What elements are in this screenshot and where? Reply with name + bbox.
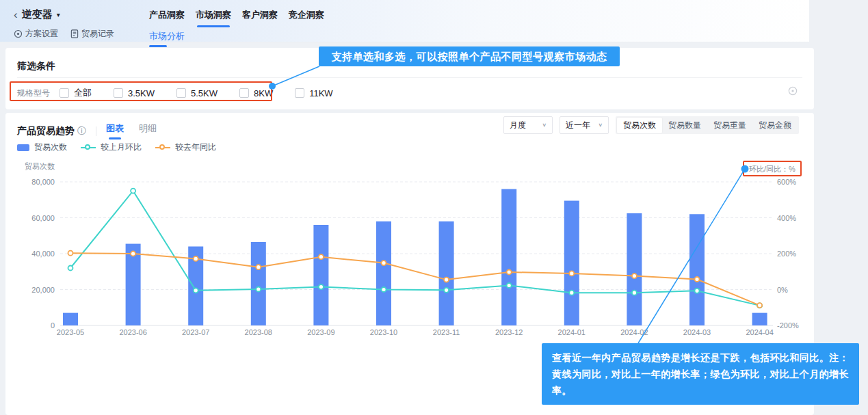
period-select[interactable]: 月度 ∨	[503, 116, 553, 134]
document-icon	[70, 29, 79, 38]
chevron-down-icon: ∨	[542, 122, 547, 128]
period-select-value: 月度	[510, 120, 526, 131]
checkbox-box	[60, 88, 69, 98]
legend-item-较去年同比[interactable]: 较去年同比	[155, 142, 216, 153]
metric-button-贸易金额[interactable]: 贸易金额	[752, 118, 798, 133]
chevron-down-icon[interactable]: ▾	[57, 11, 60, 18]
spec-checkbox-group: 全部3.5KW5.5KW8KW11KW	[60, 87, 355, 99]
checkbox-11KW[interactable]: 11KW	[295, 88, 332, 98]
page: ‹ 逆变器 ▾ 方案设置贸易记录 产品洞察市场洞察客户洞察竞企洞察 市场分析 筛…	[0, 0, 868, 415]
view-tab-明细[interactable]: 明细	[139, 122, 157, 139]
bar-swatch	[17, 144, 29, 151]
metric-button-group: 贸易次数贸易数量贸易重量贸易金额	[616, 116, 799, 134]
metric-button-贸易次数[interactable]: 贸易次数	[617, 118, 662, 133]
range-select[interactable]: 近一年 ∨	[560, 116, 609, 134]
top-header: ‹ 逆变器 ▾ 方案设置贸易记录 产品洞察市场洞察客户洞察竞企洞察 市场分析	[0, 0, 809, 42]
checkbox-box	[176, 88, 186, 98]
target-icon	[14, 29, 23, 38]
checkbox-box	[114, 88, 123, 98]
chart-tooltip: 查看近一年内产品贸易趋势是增长还是下跌，包括环比和同比。注：黄线为同比，对比上一…	[542, 343, 859, 405]
metric-button-贸易数量[interactable]: 贸易数量	[662, 118, 707, 133]
checkbox-5.5KW[interactable]: 5.5KW	[176, 88, 218, 98]
sub-nav-market-analysis[interactable]: 市场分析	[149, 30, 185, 45]
checkbox-box	[239, 88, 249, 98]
quick-action-方案设置[interactable]: 方案设置	[14, 28, 58, 40]
tab-竞企洞察[interactable]: 竞企洞察	[289, 9, 324, 27]
line-swatch	[81, 147, 96, 148]
chart-legend: 贸易次数较上月环比较去年同比	[17, 142, 216, 153]
filter-title: 筛选条件	[17, 60, 55, 72]
back-icon[interactable]: ‹	[14, 9, 18, 21]
collapse-filter-icon[interactable]	[788, 86, 798, 98]
range-select-value: 近一年	[566, 120, 590, 131]
page-title: 逆变器	[22, 8, 53, 21]
spec-filter-row: 规格型号 全部3.5KW5.5KW8KW11KW	[17, 84, 355, 102]
tab-市场洞察[interactable]: 市场洞察	[196, 9, 231, 27]
spec-filter-label: 规格型号	[17, 88, 60, 99]
divider	[96, 126, 96, 136]
legend-item-较上月环比[interactable]: 较上月环比	[81, 142, 142, 153]
tab-客户洞察[interactable]: 客户洞察	[242, 9, 278, 27]
legend-item-贸易次数[interactable]: 贸易次数	[17, 142, 67, 153]
checkbox-8KW[interactable]: 8KW	[239, 88, 273, 98]
divider	[17, 77, 802, 78]
checkbox-3.5KW[interactable]: 3.5KW	[114, 88, 155, 98]
filter-tooltip: 支持单选和多选，可以按照单个产品不同型号观察市场动态	[319, 46, 620, 66]
checkbox-box	[295, 88, 304, 98]
checkbox-全部[interactable]: 全部	[60, 87, 92, 99]
info-icon[interactable]: ⓘ	[77, 125, 86, 137]
view-tabs: 图表明细	[106, 122, 172, 139]
chevron-down-icon: ∨	[598, 122, 603, 128]
line-swatch	[155, 147, 170, 148]
metric-button-贸易重量[interactable]: 贸易重量	[707, 118, 752, 133]
quick-actions: 方案设置贸易记录	[14, 28, 114, 40]
quick-action-贸易记录[interactable]: 贸易记录	[70, 28, 114, 40]
trend-title: 产品贸易趋势	[17, 125, 75, 137]
view-tab-图表[interactable]: 图表	[106, 122, 124, 139]
tab-产品洞察[interactable]: 产品洞察	[149, 9, 185, 27]
main-tabs: 产品洞察市场洞察客户洞察竞企洞察	[149, 9, 324, 27]
